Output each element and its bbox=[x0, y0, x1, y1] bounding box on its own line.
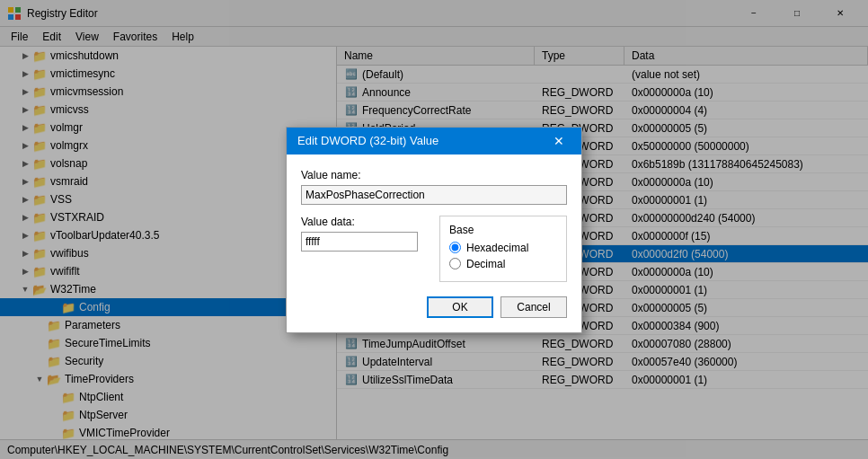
modal-buttons: OK Cancel bbox=[301, 296, 567, 318]
value-data-label: Value data: bbox=[301, 216, 429, 228]
base-group: Base Hexadecimal Decimal bbox=[439, 216, 567, 282]
modal-titlebar: Edit DWORD (32-bit) Value ✕ bbox=[287, 128, 581, 154]
cancel-button[interactable]: Cancel bbox=[500, 296, 567, 318]
modal-title: Edit DWORD (32-bit) Value bbox=[297, 134, 438, 147]
dec-label: Decimal bbox=[466, 258, 505, 270]
dec-radio-row: Decimal bbox=[449, 258, 557, 270]
modal-close-button[interactable]: ✕ bbox=[547, 129, 571, 153]
modal-value-base-row: Value data: Base Hexadecimal Decimal bbox=[301, 216, 567, 282]
ok-button[interactable]: OK bbox=[427, 296, 493, 318]
dec-radio[interactable] bbox=[449, 258, 461, 269]
value-name-input[interactable] bbox=[301, 185, 567, 205]
base-label: Base bbox=[449, 224, 557, 236]
modal-value-col: Value data: bbox=[301, 216, 429, 252]
hex-radio[interactable] bbox=[449, 242, 461, 253]
modal-overlay: Edit DWORD (32-bit) Value ✕ Value name: … bbox=[0, 0, 868, 459]
value-data-input[interactable] bbox=[301, 232, 418, 252]
hex-radio-row: Hexadecimal bbox=[449, 242, 557, 254]
hex-label: Hexadecimal bbox=[466, 242, 528, 254]
edit-dword-dialog: Edit DWORD (32-bit) Value ✕ Value name: … bbox=[286, 127, 582, 333]
value-name-label: Value name: bbox=[301, 169, 567, 181]
modal-base-col: Base Hexadecimal Decimal bbox=[439, 216, 567, 282]
modal-body: Value name: Value data: Base Hexadecimal bbox=[287, 154, 581, 332]
